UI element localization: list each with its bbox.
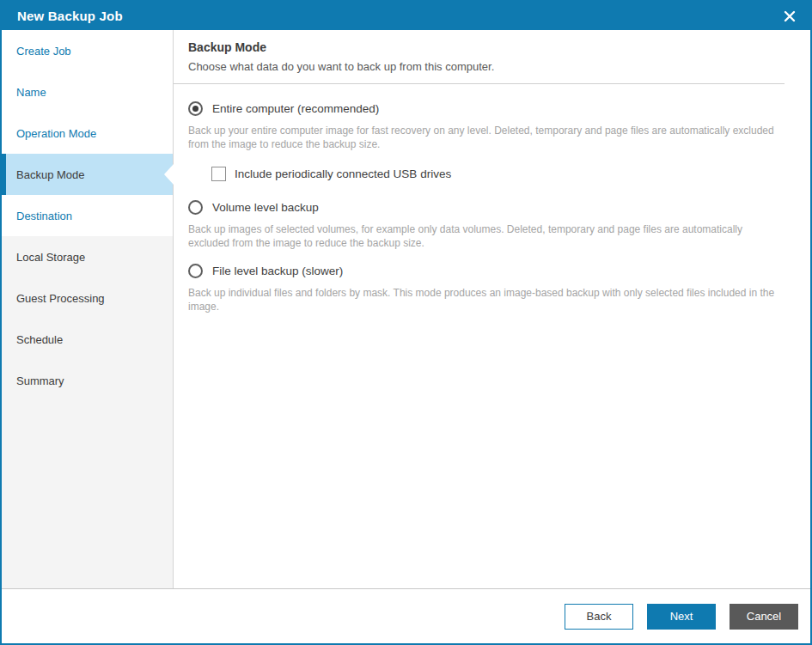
back-button[interactable]: Back — [565, 604, 633, 630]
radio-volume-level[interactable]: Volume level backup — [188, 200, 776, 215]
entire-computer-description: Back up your entire computer image for f… — [188, 124, 776, 151]
checkbox-usb-drives-label[interactable]: Include periodically connected USB drive… — [235, 167, 451, 180]
sidebar-item-schedule[interactable]: Schedule — [2, 319, 173, 360]
wizard-steps-sidebar: Create Job Name Operation Mode Backup Mo… — [2, 30, 174, 588]
dialog-body: Create Job Name Operation Mode Backup Mo… — [2, 30, 810, 588]
checkbox-usb-drives-icon[interactable]: ✓ — [211, 167, 226, 181]
radio-entire-computer-label[interactable]: Entire computer (recommended) — [212, 102, 379, 115]
cancel-button[interactable]: Cancel — [730, 604, 798, 630]
sidebar-item-local-storage[interactable]: Local Storage — [2, 236, 173, 277]
radio-file-level-label[interactable]: File level backup (slower) — [212, 265, 343, 277]
sidebar-item-name[interactable]: Name — [2, 71, 173, 113]
close-icon — [784, 10, 796, 22]
sidebar-item-create-job[interactable]: Create Job — [2, 30, 173, 71]
sidebar-filler — [2, 401, 173, 588]
radio-volume-level-label[interactable]: Volume level backup — [212, 201, 319, 214]
content-header: Backup Mode Choose what data do you want… — [174, 30, 785, 84]
new-backup-job-dialog: New Backup Job Create Job Name Operation… — [0, 0, 812, 645]
close-button[interactable] — [778, 5, 802, 27]
radio-file-level-icon[interactable] — [188, 264, 203, 278]
option-entire-computer-group: Entire computer (recommended) Back up yo… — [188, 101, 776, 181]
content-panel: Backup Mode Choose what data do you want… — [174, 30, 810, 588]
window-title: New Backup Job — [17, 9, 123, 23]
option-volume-level-group: Volume level backup Back up images of se… — [188, 200, 776, 250]
radio-volume-level-icon[interactable] — [188, 200, 203, 215]
option-file-level-group: File level backup (slower) Back up indiv… — [188, 264, 776, 313]
file-level-description: Back up individual files and folders by … — [188, 286, 776, 313]
footer-button-bar: Back Next Cancel — [2, 588, 810, 643]
sidebar-item-destination[interactable]: Destination — [2, 195, 173, 236]
page-subtitle: Choose what data do you want to back up … — [188, 60, 785, 73]
titlebar: New Backup Job — [2, 2, 810, 30]
radio-file-level[interactable]: File level backup (slower) — [188, 264, 776, 278]
volume-level-description: Back up images of selected volumes, for … — [188, 222, 776, 250]
usb-drives-checkbox-row[interactable]: ✓ Include periodically connected USB dri… — [211, 167, 776, 181]
radio-entire-computer[interactable]: Entire computer (recommended) — [188, 101, 776, 116]
sidebar-item-summary[interactable]: Summary — [2, 360, 173, 401]
backup-mode-options: Entire computer (recommended) Back up yo… — [174, 84, 810, 326]
radio-entire-computer-icon[interactable] — [188, 101, 203, 116]
sidebar-item-backup-mode[interactable]: Backup Mode — [2, 154, 173, 195]
sidebar-item-operation-mode[interactable]: Operation Mode — [2, 113, 173, 154]
next-button[interactable]: Next — [647, 604, 716, 630]
sidebar-item-guest-processing[interactable]: Guest Processing — [2, 277, 173, 319]
page-title: Backup Mode — [188, 40, 785, 54]
